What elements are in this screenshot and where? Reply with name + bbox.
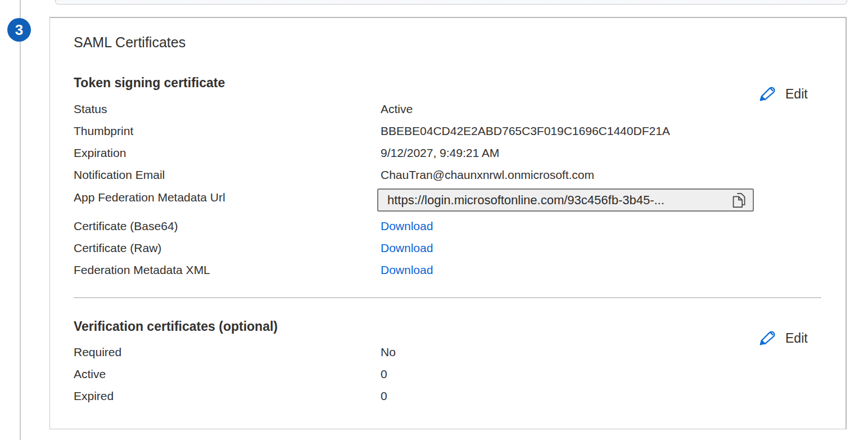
step-number-badge: 3 — [7, 18, 31, 42]
active-count-label: Active — [74, 366, 106, 383]
card-title: SAML Certificates — [74, 33, 186, 51]
token-signing-certificate-heading: Token signing certificate — [74, 75, 225, 91]
edit-button-label: Edit — [785, 87, 808, 102]
required-value: No — [381, 344, 396, 361]
expiration-row: Expiration 9/12/2027, 9:49:21 AM — [74, 145, 821, 161]
certificate-base64-download-link[interactable]: Download — [381, 218, 433, 235]
step-number: 3 — [15, 21, 23, 39]
status-label: Status — [74, 101, 107, 118]
required-label: Required — [74, 344, 121, 361]
expired-count-label: Expired — [74, 388, 114, 405]
verification-certificates-heading: Verification certificates (optional) — [74, 319, 278, 334]
certificate-raw-download-link[interactable]: Download — [381, 240, 433, 257]
federation-metadata-xml-label: Federation Metadata XML — [74, 262, 210, 279]
section-divider — [74, 297, 821, 298]
notification-email-label: Notification Email — [74, 167, 165, 183]
certificate-raw-row: Certificate (Raw) Download — [74, 240, 821, 257]
copy-icon[interactable] — [731, 192, 746, 209]
federation-metadata-xml-row: Federation Metadata XML Download — [74, 262, 821, 279]
app-federation-metadata-url-field[interactable]: https://login.microsoftonline.com/93c456… — [377, 188, 754, 212]
active-count-row: Active 0 — [74, 366, 821, 383]
expired-count-row: Expired 0 — [74, 388, 821, 405]
notification-email-value: ChauTran@chaunxnrwl.onmicrosoft.com — [381, 167, 594, 183]
thumbprint-row: Thumbprint BBEBE04CD42E2ABD765C3F019C169… — [74, 123, 821, 140]
federation-metadata-xml-download-link[interactable]: Download — [381, 262, 433, 279]
expiration-label: Expiration — [74, 145, 126, 161]
app-federation-metadata-url-label: App Federation Metadata Url — [74, 189, 225, 206]
thumbprint-value: BBEBE04CD42E2ABD765C3F019C1696C1440DF21A — [381, 123, 670, 140]
certificate-raw-label: Certificate (Raw) — [74, 240, 161, 257]
status-row: Status Active — [74, 101, 821, 118]
thumbprint-label: Thumbprint — [74, 123, 133, 140]
saml-certificates-card: SAML Certificates Token signing certific… — [49, 17, 847, 429]
notification-email-row: Notification Email ChauTran@chaunxnrwl.o… — [74, 167, 821, 183]
required-row: Required No — [74, 344, 821, 361]
active-count-value: 0 — [381, 366, 387, 383]
step-connector-line — [20, 0, 21, 440]
certificate-base64-row: Certificate (Base64) Download — [74, 218, 821, 235]
expiration-value: 9/12/2027, 9:49:21 AM — [381, 145, 499, 161]
certificate-base64-label: Certificate (Base64) — [74, 218, 178, 235]
previous-card-edge — [55, 0, 847, 5]
expired-count-value: 0 — [381, 388, 387, 405]
app-federation-metadata-url-value: https://login.microsoftonline.com/93c456… — [387, 193, 731, 208]
saml-certificates-page: 3 SAML Certificates Token signing certif… — [0, 0, 868, 440]
status-value: Active — [381, 101, 413, 118]
